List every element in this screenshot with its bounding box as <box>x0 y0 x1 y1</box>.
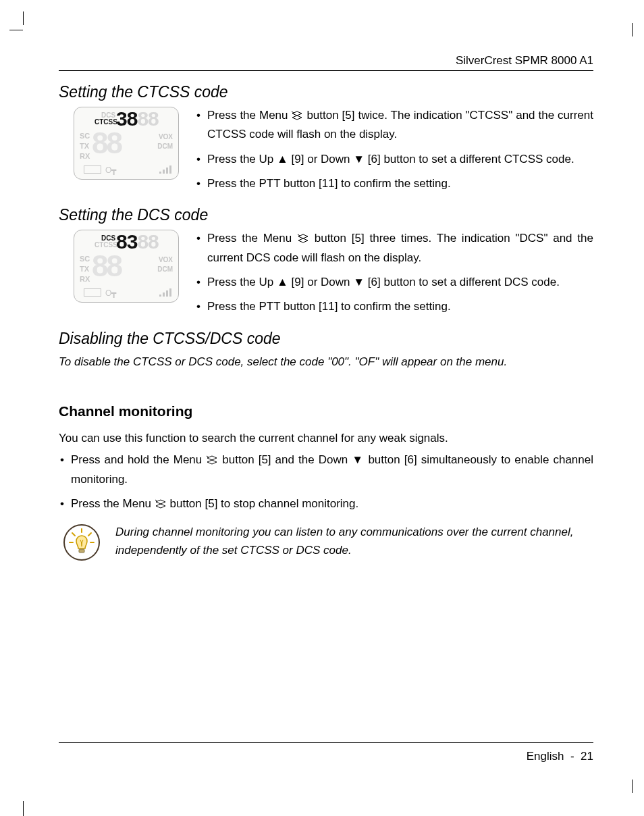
svg-rect-10 <box>79 549 84 553</box>
tip-text: During channel monitoring you can listen… <box>115 524 593 559</box>
battery-icon <box>84 165 101 174</box>
content-area: SilverCrest SPMR 8000 A1 Setting the CTC… <box>59 54 593 561</box>
lcd-top-value: 8388 <box>116 230 159 253</box>
down-arrow-icon: ▼ <box>353 276 365 288</box>
channel-list: Press and hold the Menu button [5] and t… <box>59 451 593 514</box>
lcd-label-rx: RX <box>80 275 90 283</box>
footer-language: English <box>527 750 564 763</box>
lcd-main-ghost: 88 <box>92 126 121 160</box>
menu-icon <box>155 496 167 514</box>
signal-icon <box>159 288 171 297</box>
svg-line-2 <box>207 456 209 457</box>
section-title-channel: Channel monitoring <box>59 403 593 419</box>
lcd-label-tx: TX <box>80 142 89 150</box>
menu-icon <box>291 108 303 126</box>
disable-note: To disable the CTCSS or DCS code, select… <box>59 353 593 371</box>
menu-icon <box>297 231 309 249</box>
footer-separator: - <box>567 750 577 763</box>
tip-row: During channel monitoring you can listen… <box>63 524 593 561</box>
lcd-dcs: DCS CTCSS 8388 88 SC TX RX VOX DCM O┳ <box>74 230 179 303</box>
ctcss-row: DCS CTCSS 3888 88 SC TX RX VOX DCM O┳ Pr… <box>59 107 593 199</box>
lcd-label-dcm: DCM <box>157 265 173 273</box>
key-icon: O┳ <box>105 165 116 175</box>
list-item: Press the PTT button [11] to confirm the… <box>195 298 593 315</box>
lcd-label-rx: RX <box>80 152 90 160</box>
section-title-ctcss: Setting the CTCSS code <box>59 83 593 101</box>
lcd-label-sc: SC <box>80 255 90 263</box>
page: SilverCrest SPMR 8000 A1 Setting the CTC… <box>0 0 644 816</box>
channel-intro: You can use this function to search the … <box>59 429 593 447</box>
list-item: Press the Menu button [5] three times. T… <box>195 230 593 267</box>
crop-mark <box>632 23 633 36</box>
down-arrow-icon: ▼ <box>353 153 365 165</box>
down-arrow-icon: ▼ <box>352 453 364 466</box>
crop-mark <box>23 11 24 25</box>
section-title-disable: Disabling the CTCSS/DCS code <box>59 330 593 348</box>
lcd-top-value: 3888 <box>116 107 159 130</box>
crop-mark <box>632 780 633 793</box>
header-product: SilverCrest SPMR 8000 A1 <box>59 54 593 71</box>
list-item: Press the Menu button [5] twice. The ind… <box>195 107 593 144</box>
list-item: Press the Menu button [5] to stop channe… <box>59 495 593 514</box>
svg-line-3 <box>155 500 157 501</box>
lcd-label-vox: VOX <box>159 133 173 141</box>
lightbulb-icon <box>63 524 101 561</box>
lcd-label-ctcss: CTCSS <box>95 118 117 126</box>
dcs-list: Press the Menu button [5] three times. T… <box>195 230 593 322</box>
crop-mark <box>23 801 24 816</box>
up-arrow-icon: ▲ <box>277 153 288 165</box>
footer: English - 21 <box>59 742 593 763</box>
list-item: Press the PTT button [11] to confirm the… <box>195 175 593 193</box>
section-title-dcs: Setting the DCS code <box>59 206 593 224</box>
list-item: Press the Up ▲ [9] or Down ▼ [6] button … <box>195 151 593 168</box>
list-item: Press the Up ▲ [9] or Down ▼ [6] button … <box>195 274 593 291</box>
list-item: Press and hold the Menu button [5] and t… <box>59 451 593 488</box>
signal-icon <box>159 165 171 174</box>
dcs-row: DCS CTCSS 8388 88 SC TX RX VOX DCM O┳ Pr… <box>59 230 593 322</box>
lcd-main-ghost: 88 <box>92 249 121 283</box>
svg-line-0 <box>292 111 294 113</box>
lcd-label-vox: VOX <box>159 256 173 263</box>
svg-line-1 <box>298 234 300 236</box>
lcd-ctcss: DCS CTCSS 3888 88 SC TX RX VOX DCM O┳ <box>74 107 179 180</box>
lcd-label-sc: SC <box>80 132 90 140</box>
key-icon: O┳ <box>105 288 116 298</box>
svg-line-7 <box>88 533 91 536</box>
crop-mark <box>9 30 23 30</box>
menu-icon <box>206 453 218 470</box>
battery-icon <box>84 288 101 297</box>
lcd-label-tx: TX <box>80 265 89 273</box>
svg-line-6 <box>72 533 75 536</box>
footer-page: 21 <box>581 750 593 763</box>
ctcss-list: Press the Menu button [5] twice. The ind… <box>195 107 593 199</box>
lcd-label-dcm: DCM <box>157 143 173 150</box>
lcd-label-ctcss: CTCSS <box>95 241 117 249</box>
up-arrow-icon: ▲ <box>277 276 288 288</box>
